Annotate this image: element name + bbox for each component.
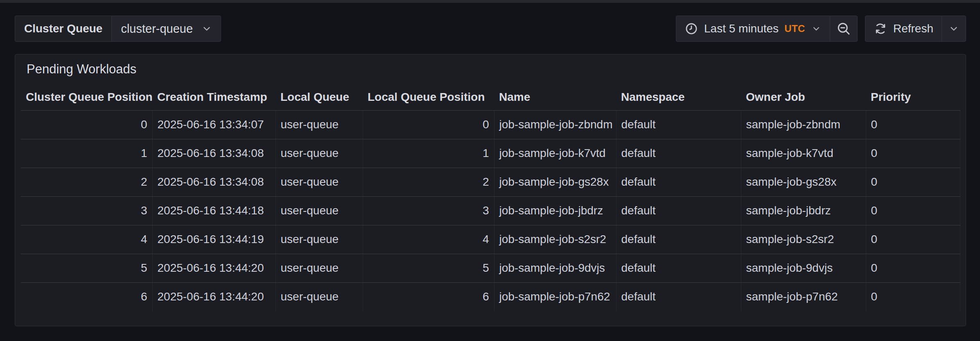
table-cell: default — [616, 225, 741, 254]
chevron-down-icon — [811, 23, 822, 34]
table-cell: sample-job-s2sr2 — [741, 225, 866, 254]
table-cell: default — [616, 110, 741, 139]
toolbar-right-controls: Last 5 minutes UTC Refresh — [676, 16, 966, 42]
table-cell: 0 — [866, 254, 960, 282]
column-header[interactable]: Local Queue — [275, 84, 363, 110]
table-cell: sample-job-jbdrz — [741, 196, 866, 225]
table-cell: user-queue — [275, 282, 363, 311]
table-cell: user-queue — [275, 139, 363, 168]
table-cell: 2 — [21, 168, 152, 196]
table-header-row: Cluster Queue PositionCreation Timestamp… — [21, 84, 960, 110]
table-cell: 2025-06-16 13:44:18 — [152, 196, 275, 225]
table-cell: job-sample-job-s2sr2 — [494, 225, 616, 254]
sync-icon — [874, 22, 887, 36]
table-cell: sample-job-zbndm — [741, 110, 866, 139]
table-cell: user-queue — [275, 110, 363, 139]
table-cell: job-sample-job-k7vtd — [494, 139, 616, 168]
variable-selector: Cluster Queue cluster-queue — [15, 16, 221, 42]
table-cell: 0 — [866, 225, 960, 254]
table-row: 12025-06-16 13:34:08user-queue1job-sampl… — [21, 139, 960, 168]
table-cell: 2025-06-16 13:44:20 — [152, 254, 275, 282]
table-cell: 0 — [866, 168, 960, 196]
table-cell: user-queue — [275, 168, 363, 196]
table-cell: default — [616, 139, 741, 168]
table-cell: job-sample-job-9dvjs — [494, 254, 616, 282]
table-cell: job-sample-job-p7n62 — [494, 282, 616, 311]
table-cell: 4 — [21, 225, 152, 254]
table-cell: user-queue — [275, 196, 363, 225]
table-cell: 4 — [363, 225, 494, 254]
table-row: 52025-06-16 13:44:20user-queue5job-sampl… — [21, 254, 960, 282]
table-cell: 0 — [866, 110, 960, 139]
table-cell: default — [616, 254, 741, 282]
table-cell: 0 — [363, 110, 494, 139]
table-cell: user-queue — [275, 225, 363, 254]
magnifier-minus-icon — [836, 21, 851, 36]
table-container: Cluster Queue PositionCreation Timestamp… — [15, 84, 966, 311]
table-cell: 3 — [363, 196, 494, 225]
chevron-down-icon — [201, 23, 212, 34]
table-row: 62025-06-16 13:44:20user-queue6job-sampl… — [21, 282, 960, 311]
table-cell: 2025-06-16 13:34:07 — [152, 110, 275, 139]
table-row: 22025-06-16 13:34:08user-queue2job-sampl… — [21, 168, 960, 196]
table-cell: 2025-06-16 13:44:19 — [152, 225, 275, 254]
table-cell: sample-job-gs28x — [741, 168, 866, 196]
table-row: 02025-06-16 13:34:07user-queue0job-sampl… — [21, 110, 960, 139]
table-cell: default — [616, 282, 741, 311]
table-cell: 1 — [363, 139, 494, 168]
time-range-button[interactable]: Last 5 minutes UTC — [676, 16, 830, 41]
column-header[interactable]: Namespace — [616, 84, 741, 110]
table-cell: default — [616, 168, 741, 196]
table-cell: 5 — [363, 254, 494, 282]
time-picker-group: Last 5 minutes UTC — [676, 16, 858, 42]
table-cell: 0 — [866, 196, 960, 225]
table-cell: 0 — [21, 110, 152, 139]
table-cell: sample-job-9dvjs — [741, 254, 866, 282]
table-cell: 2 — [363, 168, 494, 196]
timezone-badge: UTC — [784, 23, 805, 34]
table-cell: 2025-06-16 13:34:08 — [152, 168, 275, 196]
table-cell: 5 — [21, 254, 152, 282]
column-header[interactable]: Local Queue Position — [363, 84, 494, 110]
clock-icon — [684, 22, 698, 36]
table-cell: 3 — [21, 196, 152, 225]
dashboard-toolbar: Cluster Queue cluster-queue Last 5 minut… — [15, 16, 966, 42]
refresh-group: Refresh — [865, 16, 966, 42]
pending-workloads-table: Cluster Queue PositionCreation Timestamp… — [21, 84, 960, 311]
zoom-out-button[interactable] — [830, 16, 857, 41]
table-row: 32025-06-16 13:44:18user-queue3job-sampl… — [21, 196, 960, 225]
variable-value-dropdown[interactable]: cluster-queue — [112, 16, 221, 41]
table-cell: 1 — [21, 139, 152, 168]
table-cell: job-sample-job-zbndm — [494, 110, 616, 139]
chevron-down-icon — [948, 23, 960, 34]
column-header[interactable]: Name — [494, 84, 616, 110]
table-cell: 6 — [21, 282, 152, 311]
table-cell: default — [616, 196, 741, 225]
time-range-label: Last 5 minutes — [704, 22, 779, 35]
table-cell: sample-job-k7vtd — [741, 139, 866, 168]
pending-workloads-panel: Pending Workloads Cluster Queue Position… — [15, 54, 966, 326]
window-top-edge — [0, 0, 980, 3]
table-cell: 6 — [363, 282, 494, 311]
refresh-button[interactable]: Refresh — [865, 16, 942, 41]
column-header[interactable]: Creation Timestamp — [152, 84, 275, 110]
table-cell: 0 — [866, 139, 960, 168]
variable-value: cluster-queue — [121, 22, 193, 36]
table-cell: sample-job-p7n62 — [741, 282, 866, 311]
table-cell: 2025-06-16 13:34:08 — [152, 139, 275, 168]
table-cell: 0 — [866, 282, 960, 311]
table-row: 42025-06-16 13:44:19user-queue4job-sampl… — [21, 225, 960, 254]
table-cell: job-sample-job-jbdrz — [494, 196, 616, 225]
panel-title[interactable]: Pending Workloads — [15, 55, 966, 84]
column-header[interactable]: Priority — [866, 84, 960, 110]
column-header[interactable]: Owner Job — [741, 84, 866, 110]
column-header[interactable]: Cluster Queue Position — [21, 84, 152, 110]
variable-label: Cluster Queue — [15, 16, 112, 41]
table-cell: job-sample-job-gs28x — [494, 168, 616, 196]
refresh-label: Refresh — [893, 22, 933, 35]
table-cell: user-queue — [275, 254, 363, 282]
table-cell: 2025-06-16 13:44:20 — [152, 282, 275, 311]
refresh-interval-dropdown[interactable] — [942, 16, 966, 41]
